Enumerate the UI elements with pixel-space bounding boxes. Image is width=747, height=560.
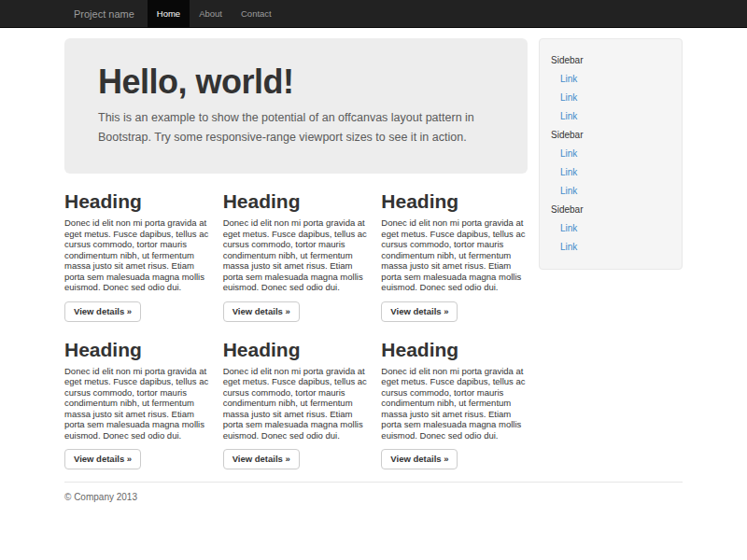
card: HeadingDonec id elit non mi porta gravid… <box>223 174 370 322</box>
view-details-button[interactable]: View details » <box>64 449 141 469</box>
card-body-text: Donec id elit non mi porta gravida at eg… <box>223 217 370 293</box>
nav-link-about[interactable]: About <box>190 0 232 28</box>
navbar-menu: HomeAboutContact <box>148 0 281 27</box>
card: HeadingDonec id elit non mi porta gravid… <box>64 322 211 470</box>
main-content: Hello, world! This is an example to show… <box>64 38 528 469</box>
sidebar-link[interactable]: Link <box>551 89 670 107</box>
view-details-button[interactable]: View details » <box>381 449 458 469</box>
view-details-button[interactable]: View details » <box>223 301 300 322</box>
navbar-inner: Project name HomeAboutContact <box>64 0 683 27</box>
card-body-text: Donec id elit non mi porta gravida at eg… <box>64 366 211 441</box>
sidebar-link[interactable]: Link <box>551 182 670 201</box>
card-body-text: Donec id elit non mi porta gravida at eg… <box>223 366 370 441</box>
card-heading: Heading <box>64 190 211 212</box>
sidebar-link[interactable]: Link <box>551 238 670 257</box>
card: HeadingDonec id elit non mi porta gravid… <box>381 322 528 470</box>
sidebar-link[interactable]: Link <box>551 70 670 89</box>
sidebar-link[interactable]: Link <box>551 145 670 163</box>
footer: © Company 2013 <box>64 482 683 502</box>
nav-link-contact[interactable]: Contact <box>232 0 281 28</box>
nav-item-contact: Contact <box>232 0 281 27</box>
card-heading: Heading <box>223 190 370 212</box>
nav-link-home[interactable]: Home <box>148 0 190 28</box>
card-heading: Heading <box>381 339 528 360</box>
card-body-text: Donec id elit non mi porta gravida at eg… <box>64 217 211 293</box>
jumbotron: Hello, world! This is an example to show… <box>64 38 528 174</box>
card-heading: Heading <box>381 190 528 212</box>
navbar-brand[interactable]: Project name <box>64 0 148 27</box>
sidebar-group-title: Sidebar <box>551 201 670 219</box>
card: HeadingDonec id elit non mi porta gravid… <box>381 174 528 322</box>
sidebar-group: SidebarLinkLinkLink <box>551 126 670 201</box>
view-details-button[interactable]: View details » <box>64 301 141 322</box>
jumbotron-title: Hello, world! <box>98 63 509 101</box>
copyright-text: © Company 2013 <box>64 492 683 502</box>
cards-row-2: HeadingDonec id elit non mi porta gravid… <box>64 322 528 470</box>
sidebar: SidebarLinkLinkLinkSidebarLinkLinkLinkSi… <box>539 38 683 270</box>
view-details-button[interactable]: View details » <box>223 449 300 469</box>
nav-item-home: Home <box>148 0 190 27</box>
view-details-button[interactable]: View details » <box>381 301 458 322</box>
navbar: Project name HomeAboutContact <box>0 0 747 28</box>
cards-row-1: HeadingDonec id elit non mi porta gravid… <box>64 174 528 322</box>
card-body-text: Donec id elit non mi porta gravida at eg… <box>381 217 528 293</box>
sidebar-link[interactable]: Link <box>551 163 670 182</box>
sidebar-link[interactable]: Link <box>551 219 670 238</box>
card: HeadingDonec id elit non mi porta gravid… <box>223 322 370 470</box>
page-container: Hello, world! This is an example to show… <box>64 38 683 502</box>
jumbotron-description: This is an example to show the potential… <box>98 108 509 147</box>
sidebar-group-title: Sidebar <box>551 126 670 145</box>
card: HeadingDonec id elit non mi porta gravid… <box>64 174 211 322</box>
main-row: Hello, world! This is an example to show… <box>64 38 683 469</box>
sidebar-group: SidebarLinkLinkLink <box>551 51 670 126</box>
sidebar-group: SidebarLinkLink <box>551 201 670 257</box>
nav-item-about: About <box>190 0 232 27</box>
card-heading: Heading <box>64 339 211 360</box>
sidebar-link[interactable]: Link <box>551 107 670 126</box>
card-body-text: Donec id elit non mi porta gravida at eg… <box>381 366 528 441</box>
card-heading: Heading <box>223 339 370 360</box>
sidebar-group-title: Sidebar <box>551 51 670 70</box>
